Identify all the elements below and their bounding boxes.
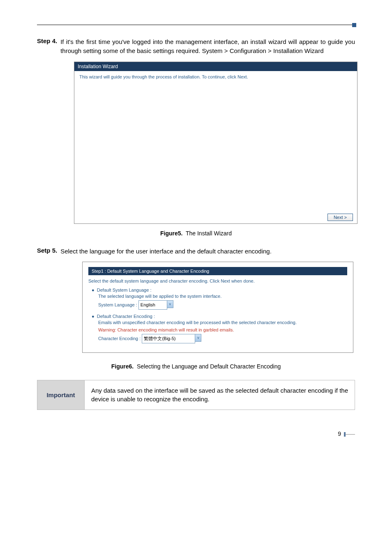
enc-header: ● Default Character Encoding : (92, 314, 347, 319)
figure5-label: Figure5. (160, 230, 182, 237)
chevron-down-icon[interactable]: v (195, 334, 201, 342)
system-language-label: System Language : (98, 302, 137, 307)
header-rule (37, 25, 355, 25)
important-text: Any data saved on the interface will be … (85, 380, 355, 410)
page-number-value: 9 (338, 430, 341, 437)
default-language-section: ● Default System Language : The selected… (92, 288, 347, 309)
system-language-select[interactable]: English (138, 300, 167, 310)
page-number-line-icon (345, 434, 355, 435)
step-4-text: If it's the first time you've logged int… (60, 37, 355, 55)
lang-desc: The selected language will be applied to… (98, 292, 347, 300)
wizard-instruction-text: This wizard will guide you through the p… (79, 74, 352, 79)
page-number: 9 (37, 430, 355, 437)
figure6-text: Selecting the Language and Default Chara… (137, 363, 281, 370)
lang-row: System Language : Englishv (98, 300, 347, 310)
wizard-footer: Next > (74, 211, 357, 223)
enc-row: Character Encoding : 繁體中文(Big-5)v (98, 334, 347, 343)
wizard-body: This wizard will guide you through the p… (74, 71, 357, 211)
default-encoding-section: ● Default Character Encoding : Emails wi… (92, 314, 347, 343)
important-callout: Important Any data saved on the interfac… (37, 380, 355, 410)
lang-header: ● Default System Language : (92, 288, 347, 292)
chevron-down-icon[interactable]: v (167, 300, 173, 308)
lang-header-text: Default System Language : (97, 288, 152, 292)
figure5-text: The Install Wizard (186, 230, 232, 237)
step-4: Step 4. If it's the first time you've lo… (37, 37, 355, 55)
figure5-screenshot: Installation Wizard This wizard will gui… (74, 62, 357, 224)
step-5: Setp 5. Select the language for the user… (37, 247, 355, 256)
step-5-label: Setp 5. (37, 247, 57, 256)
figure6-label: Figure6. (111, 363, 134, 370)
enc-desc: Emails with unspecified character encodi… (98, 319, 347, 327)
next-button[interactable]: Next > (327, 214, 353, 221)
wizard-title-bar: Installation Wizard (74, 62, 357, 71)
step-4-label: Step 4. (37, 37, 57, 55)
figure6-screenshot: Step1 : Default System Language and Char… (82, 262, 353, 352)
figure5-caption: Figure5. The Install Wizard (37, 230, 355, 237)
header-marker (352, 23, 356, 27)
character-encoding-label: Character Encoding : (98, 336, 141, 341)
enc-header-text: Default Character Encoding : (97, 314, 155, 319)
installation-wizard-window: Installation Wizard This wizard will gui… (74, 62, 357, 224)
step1-panel: Step1 : Default System Language and Char… (82, 262, 353, 352)
figure6-caption: Figure6. Selecting the Language and Defa… (37, 363, 355, 370)
step-5-text: Select the language for the user interfa… (60, 247, 355, 256)
step1-instruction: Select the default system language and c… (88, 278, 347, 283)
enc-warning: Warning: Character encoding mismatch wil… (98, 326, 347, 334)
step1-title-bar: Step1 : Default System Language and Char… (88, 267, 347, 275)
character-encoding-select[interactable]: 繁體中文(Big-5) (142, 334, 195, 343)
important-label: Important (37, 380, 85, 410)
